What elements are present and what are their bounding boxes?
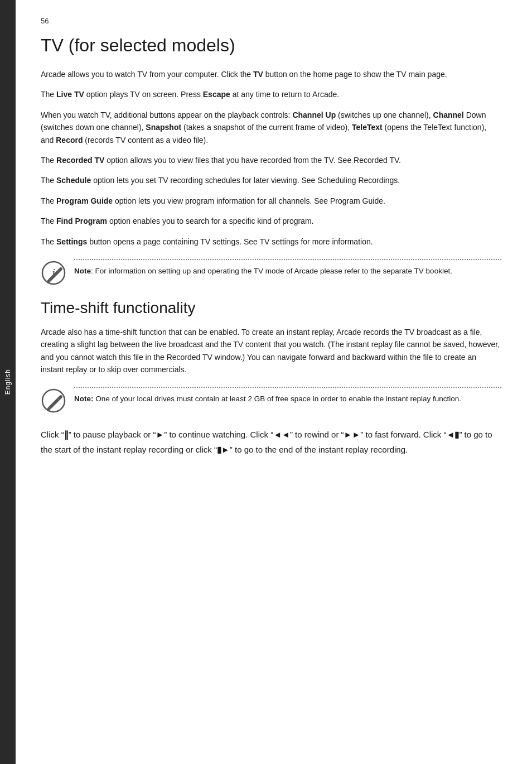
- bold-tv: TV: [253, 70, 263, 79]
- paragraph-4: The Recorded TV option allows you to vie…: [41, 154, 501, 166]
- note-text-1: Note: For information on setting up and …: [74, 266, 501, 277]
- note-label-1: Note: [74, 267, 91, 275]
- page-number: 56: [41, 17, 501, 25]
- section1-title: TV (for selected models): [41, 35, 501, 56]
- paragraph-3: When you watch TV, additional buttons ap…: [41, 109, 501, 146]
- bold-teletext: TeleText: [352, 123, 383, 132]
- paragraph-6: The Program Guide option lets you view p…: [41, 195, 501, 207]
- paragraph-7: The Find Program option enables you to s…: [41, 215, 501, 227]
- play-icon-text: ►: [156, 430, 164, 439]
- bold-findprogram: Find Program: [56, 217, 107, 225]
- skipfwd-icon-text: ▮►: [217, 445, 230, 454]
- note-label-2: Note:: [74, 395, 94, 403]
- bold-schedule: Schedule: [56, 176, 91, 185]
- page-container: English 56 TV (for selected models) Arca…: [0, 0, 532, 764]
- bold-recordedtv: Recorded TV: [56, 156, 104, 165]
- main-content: 56 TV (for selected models) Arcade allow…: [16, 0, 532, 764]
- note-text-2: Note: One of your local drives must cont…: [74, 393, 501, 405]
- paragraph-2: The Live TV option plays TV on screen. P…: [41, 88, 501, 100]
- paragraph-1: Arcade allows you to watch TV from your …: [41, 68, 501, 80]
- note-icon-2: [41, 388, 66, 414]
- paragraph-8: The Settings button opens a page contain…: [41, 236, 501, 248]
- section2-paragraph-2: Click “‖” to pause playback or “►” to co…: [41, 427, 501, 457]
- bold-livetv: Live TV: [56, 90, 84, 99]
- skipback-icon-text: ◄▮: [447, 430, 460, 439]
- svg-point-2: [42, 390, 65, 412]
- note-content-1: Note: For information on setting up and …: [74, 259, 501, 277]
- pause-icon-text: ‖: [64, 430, 69, 439]
- paragraph-5: The Schedule option lets you set TV reco…: [41, 174, 501, 186]
- note-box-1: i Note: For information on setting up an…: [41, 259, 501, 286]
- sidebar-language-label: English: [4, 369, 12, 395]
- rewind-icon-text: ◄◄: [273, 430, 290, 439]
- bold-escape: Escape: [203, 90, 230, 99]
- fastforward-icon-text: ►►: [344, 430, 361, 439]
- section2-paragraph-1: Arcade also has a time-shift function th…: [41, 326, 501, 376]
- bold-channelup: Channel Up: [292, 110, 336, 119]
- bold-channel: Channel: [433, 110, 464, 119]
- section2-title: Time-shift functionality: [41, 299, 501, 317]
- bold-programguide: Program Guide: [56, 196, 113, 205]
- note-icon-1: i: [41, 260, 66, 286]
- sidebar: English: [0, 0, 16, 764]
- note-box-2: Note: One of your local drives must cont…: [41, 387, 501, 414]
- bold-record: Record: [56, 136, 83, 145]
- to-word: to: [485, 430, 492, 439]
- bold-snapshot: Snapshot: [146, 123, 181, 132]
- bold-settings: Settings: [56, 237, 87, 246]
- note-content-2: Note: One of your local drives must cont…: [74, 387, 501, 405]
